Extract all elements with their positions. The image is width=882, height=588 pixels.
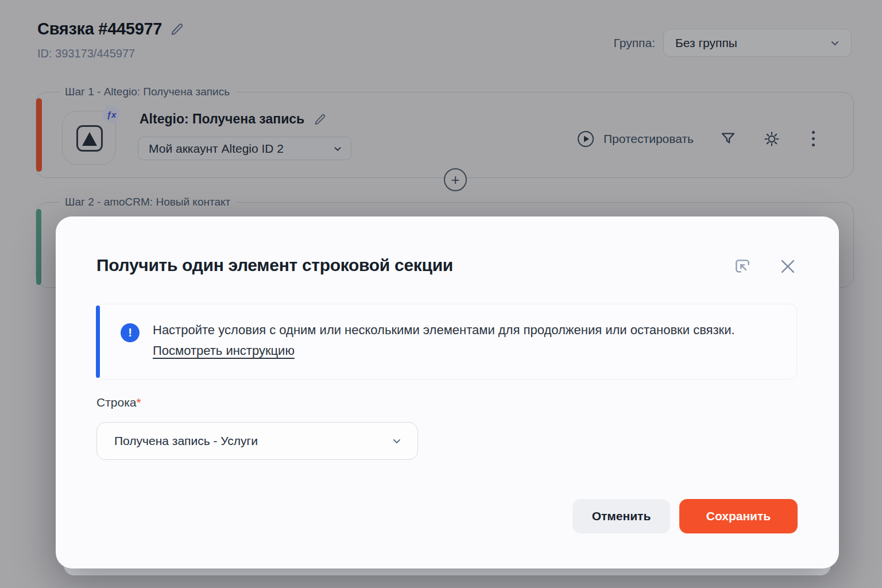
app-window: Связка #445977 ID: 393173/445977 Группа:… [0,0,882,588]
dialog-header-actions [733,257,798,276]
close-icon[interactable] [778,257,798,276]
info-accent-bar [96,305,100,378]
instruction-link[interactable]: Посмотреть инструкцию [153,343,295,358]
info-banner: ! Настройте условия с одним или нескольк… [96,304,797,380]
field-label: Строка* [96,396,141,409]
element-dialog: Получить один элемент строковой секции !… [56,216,839,568]
dialog-title: Получить один элемент строковой секции [96,256,453,275]
required-asterisk: * [136,396,141,409]
cancel-button[interactable]: Отменить [572,499,670,533]
chevron-down-icon [391,435,403,447]
field-label-text: Строка [96,396,136,409]
collapse-window-icon[interactable] [733,257,752,276]
save-button[interactable]: Сохранить [679,499,798,533]
info-text: Настройте условия с одним или нескольким… [153,320,761,361]
info-icon: ! [121,323,140,342]
info-text-body: Настройте условия с одним или нескольким… [153,323,735,337]
row-select[interactable]: Получена запись - Услуги [96,422,418,460]
row-select-value: Получена запись - Услуги [114,434,258,448]
